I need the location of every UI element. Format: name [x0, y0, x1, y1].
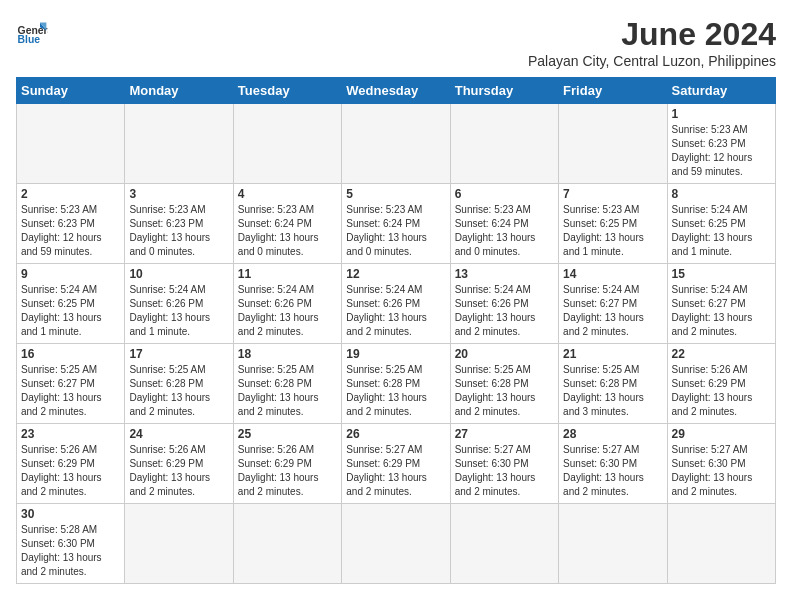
- day-number: 2: [21, 187, 120, 201]
- svg-text:Blue: Blue: [18, 34, 41, 45]
- day-info: Sunrise: 5:26 AM Sunset: 6:29 PM Dayligh…: [21, 443, 120, 499]
- header-row: SundayMondayTuesdayWednesdayThursdayFrid…: [17, 78, 776, 104]
- day-info: Sunrise: 5:27 AM Sunset: 6:30 PM Dayligh…: [455, 443, 554, 499]
- day-info: Sunrise: 5:24 AM Sunset: 6:27 PM Dayligh…: [672, 283, 771, 339]
- day-cell: 26Sunrise: 5:27 AM Sunset: 6:29 PM Dayli…: [342, 424, 450, 504]
- column-header-wednesday: Wednesday: [342, 78, 450, 104]
- day-info: Sunrise: 5:24 AM Sunset: 6:25 PM Dayligh…: [672, 203, 771, 259]
- column-header-sunday: Sunday: [17, 78, 125, 104]
- day-number: 17: [129, 347, 228, 361]
- day-cell: 19Sunrise: 5:25 AM Sunset: 6:28 PM Dayli…: [342, 344, 450, 424]
- day-info: Sunrise: 5:23 AM Sunset: 6:23 PM Dayligh…: [672, 123, 771, 179]
- day-cell: [233, 104, 341, 184]
- day-info: Sunrise: 5:24 AM Sunset: 6:26 PM Dayligh…: [129, 283, 228, 339]
- day-info: Sunrise: 5:25 AM Sunset: 6:28 PM Dayligh…: [129, 363, 228, 419]
- day-info: Sunrise: 5:23 AM Sunset: 6:24 PM Dayligh…: [346, 203, 445, 259]
- day-cell: 3Sunrise: 5:23 AM Sunset: 6:23 PM Daylig…: [125, 184, 233, 264]
- day-cell: 12Sunrise: 5:24 AM Sunset: 6:26 PM Dayli…: [342, 264, 450, 344]
- column-header-thursday: Thursday: [450, 78, 558, 104]
- day-cell: 14Sunrise: 5:24 AM Sunset: 6:27 PM Dayli…: [559, 264, 667, 344]
- day-info: Sunrise: 5:23 AM Sunset: 6:24 PM Dayligh…: [455, 203, 554, 259]
- page-header: General Blue June 2024 Palayan City, Cen…: [16, 16, 776, 69]
- day-info: Sunrise: 5:23 AM Sunset: 6:23 PM Dayligh…: [129, 203, 228, 259]
- day-number: 25: [238, 427, 337, 441]
- week-row-1: 1Sunrise: 5:23 AM Sunset: 6:23 PM Daylig…: [17, 104, 776, 184]
- day-number: 27: [455, 427, 554, 441]
- title-area: June 2024 Palayan City, Central Luzon, P…: [528, 16, 776, 69]
- day-number: 5: [346, 187, 445, 201]
- day-number: 10: [129, 267, 228, 281]
- day-cell: [342, 504, 450, 584]
- day-info: Sunrise: 5:25 AM Sunset: 6:28 PM Dayligh…: [238, 363, 337, 419]
- week-row-6: 30Sunrise: 5:28 AM Sunset: 6:30 PM Dayli…: [17, 504, 776, 584]
- day-number: 8: [672, 187, 771, 201]
- day-info: Sunrise: 5:25 AM Sunset: 6:28 PM Dayligh…: [455, 363, 554, 419]
- day-cell: 24Sunrise: 5:26 AM Sunset: 6:29 PM Dayli…: [125, 424, 233, 504]
- week-row-4: 16Sunrise: 5:25 AM Sunset: 6:27 PM Dayli…: [17, 344, 776, 424]
- day-number: 18: [238, 347, 337, 361]
- day-number: 21: [563, 347, 662, 361]
- day-cell: 15Sunrise: 5:24 AM Sunset: 6:27 PM Dayli…: [667, 264, 775, 344]
- day-info: Sunrise: 5:28 AM Sunset: 6:30 PM Dayligh…: [21, 523, 120, 579]
- day-number: 24: [129, 427, 228, 441]
- day-info: Sunrise: 5:24 AM Sunset: 6:26 PM Dayligh…: [238, 283, 337, 339]
- day-cell: 11Sunrise: 5:24 AM Sunset: 6:26 PM Dayli…: [233, 264, 341, 344]
- day-number: 26: [346, 427, 445, 441]
- day-number: 7: [563, 187, 662, 201]
- day-cell: 21Sunrise: 5:25 AM Sunset: 6:28 PM Dayli…: [559, 344, 667, 424]
- calendar-subtitle: Palayan City, Central Luzon, Philippines: [528, 53, 776, 69]
- column-header-tuesday: Tuesday: [233, 78, 341, 104]
- day-number: 12: [346, 267, 445, 281]
- day-number: 14: [563, 267, 662, 281]
- day-cell: 29Sunrise: 5:27 AM Sunset: 6:30 PM Dayli…: [667, 424, 775, 504]
- day-number: 29: [672, 427, 771, 441]
- day-cell: [125, 104, 233, 184]
- day-info: Sunrise: 5:23 AM Sunset: 6:23 PM Dayligh…: [21, 203, 120, 259]
- day-cell: 13Sunrise: 5:24 AM Sunset: 6:26 PM Dayli…: [450, 264, 558, 344]
- day-number: 16: [21, 347, 120, 361]
- day-number: 20: [455, 347, 554, 361]
- day-info: Sunrise: 5:24 AM Sunset: 6:26 PM Dayligh…: [346, 283, 445, 339]
- day-info: Sunrise: 5:24 AM Sunset: 6:27 PM Dayligh…: [563, 283, 662, 339]
- column-header-monday: Monday: [125, 78, 233, 104]
- day-number: 22: [672, 347, 771, 361]
- day-cell: [342, 104, 450, 184]
- day-cell: [450, 504, 558, 584]
- day-cell: 28Sunrise: 5:27 AM Sunset: 6:30 PM Dayli…: [559, 424, 667, 504]
- day-cell: 16Sunrise: 5:25 AM Sunset: 6:27 PM Dayli…: [17, 344, 125, 424]
- day-info: Sunrise: 5:26 AM Sunset: 6:29 PM Dayligh…: [672, 363, 771, 419]
- day-cell: 22Sunrise: 5:26 AM Sunset: 6:29 PM Dayli…: [667, 344, 775, 424]
- day-cell: [17, 104, 125, 184]
- day-number: 9: [21, 267, 120, 281]
- day-info: Sunrise: 5:24 AM Sunset: 6:26 PM Dayligh…: [455, 283, 554, 339]
- day-info: Sunrise: 5:27 AM Sunset: 6:30 PM Dayligh…: [672, 443, 771, 499]
- day-info: Sunrise: 5:26 AM Sunset: 6:29 PM Dayligh…: [238, 443, 337, 499]
- day-number: 13: [455, 267, 554, 281]
- day-number: 19: [346, 347, 445, 361]
- day-cell: [450, 104, 558, 184]
- day-cell: [559, 104, 667, 184]
- day-number: 15: [672, 267, 771, 281]
- day-cell: 7Sunrise: 5:23 AM Sunset: 6:25 PM Daylig…: [559, 184, 667, 264]
- day-cell: [667, 504, 775, 584]
- day-number: 4: [238, 187, 337, 201]
- day-cell: 5Sunrise: 5:23 AM Sunset: 6:24 PM Daylig…: [342, 184, 450, 264]
- day-cell: 9Sunrise: 5:24 AM Sunset: 6:25 PM Daylig…: [17, 264, 125, 344]
- day-cell: 4Sunrise: 5:23 AM Sunset: 6:24 PM Daylig…: [233, 184, 341, 264]
- day-info: Sunrise: 5:23 AM Sunset: 6:25 PM Dayligh…: [563, 203, 662, 259]
- day-number: 11: [238, 267, 337, 281]
- day-cell: 1Sunrise: 5:23 AM Sunset: 6:23 PM Daylig…: [667, 104, 775, 184]
- week-row-5: 23Sunrise: 5:26 AM Sunset: 6:29 PM Dayli…: [17, 424, 776, 504]
- day-cell: 27Sunrise: 5:27 AM Sunset: 6:30 PM Dayli…: [450, 424, 558, 504]
- day-info: Sunrise: 5:27 AM Sunset: 6:30 PM Dayligh…: [563, 443, 662, 499]
- day-cell: 30Sunrise: 5:28 AM Sunset: 6:30 PM Dayli…: [17, 504, 125, 584]
- day-info: Sunrise: 5:23 AM Sunset: 6:24 PM Dayligh…: [238, 203, 337, 259]
- logo: General Blue: [16, 16, 48, 48]
- day-cell: 25Sunrise: 5:26 AM Sunset: 6:29 PM Dayli…: [233, 424, 341, 504]
- calendar-table: SundayMondayTuesdayWednesdayThursdayFrid…: [16, 77, 776, 584]
- day-info: Sunrise: 5:25 AM Sunset: 6:27 PM Dayligh…: [21, 363, 120, 419]
- logo-icon: General Blue: [16, 16, 48, 48]
- day-info: Sunrise: 5:25 AM Sunset: 6:28 PM Dayligh…: [563, 363, 662, 419]
- day-info: Sunrise: 5:24 AM Sunset: 6:25 PM Dayligh…: [21, 283, 120, 339]
- day-info: Sunrise: 5:26 AM Sunset: 6:29 PM Dayligh…: [129, 443, 228, 499]
